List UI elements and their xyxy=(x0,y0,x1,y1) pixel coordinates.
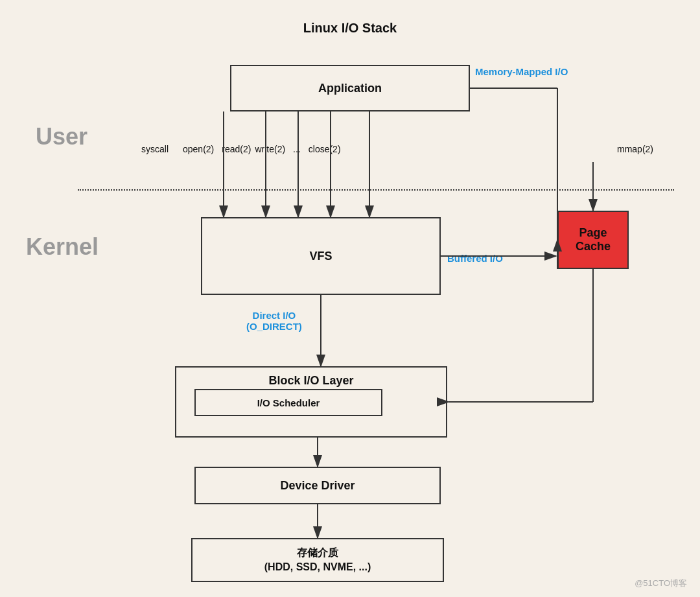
box-device-driver: Device Driver xyxy=(194,467,441,504)
diagram-container: Linux I/O Stack User Kernel Application … xyxy=(0,0,700,597)
mmap-label: mmap(2) xyxy=(617,144,653,154)
box-storage: 存储介质 (HDD, SSD, NVME, ...) xyxy=(191,538,444,582)
label-kernel: Kernel xyxy=(26,233,99,261)
syscall-label: syscall xyxy=(141,144,169,154)
watermark: @51CTO博客 xyxy=(635,578,687,589)
box-page-cache: Page Cache xyxy=(557,211,629,269)
label-buffered-io: Buffered I/O xyxy=(447,253,503,264)
label-direct-io: Direct I/O(O_DIRECT) xyxy=(246,310,302,332)
open-label: open(2) xyxy=(183,144,214,154)
box-application: Application xyxy=(230,65,470,111)
page-cache-label: Page Cache xyxy=(576,226,611,253)
label-memory-mapped-io: Memory-Mapped I/O xyxy=(475,66,568,77)
user-kernel-separator xyxy=(78,189,674,191)
write-label: write(2) xyxy=(255,144,285,154)
ellipsis-label: ... xyxy=(293,144,301,154)
box-io-scheduler: I/O Scheduler xyxy=(194,389,382,416)
box-vfs: VFS xyxy=(201,217,441,295)
close-label: close(2) xyxy=(309,144,341,154)
syscall-labels: syscall open(2) read(2) write(2) ... clo… xyxy=(141,144,341,154)
main-title: Linux I/O Stack xyxy=(303,21,397,36)
label-user: User xyxy=(36,123,88,150)
read-label: read(2) xyxy=(222,144,251,154)
